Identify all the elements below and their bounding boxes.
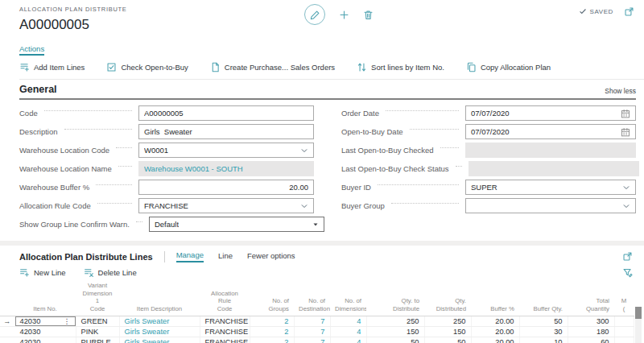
cell-variant-dimension-1-code[interactable]: PURPLE bbox=[76, 337, 119, 343]
cell-m[interactable] bbox=[614, 316, 634, 326]
calendar-icon[interactable] bbox=[621, 109, 630, 118]
col-header-buffer-qty[interactable]: Buffer Qty. bbox=[519, 282, 568, 316]
field-buyer-id-combo[interactable]: SUPER bbox=[465, 180, 636, 195]
lines-filter-button[interactable] bbox=[622, 267, 633, 278]
col-header-qty-to-distribute[interactable]: Qty. to Distribute bbox=[366, 282, 424, 316]
field-warehouse-buffer-input[interactable]: 20.00 bbox=[138, 180, 314, 195]
vertical-scrollbar-thumb[interactable] bbox=[635, 307, 642, 319]
cell-item-no[interactable]: 42030⋮ bbox=[14, 316, 76, 326]
col-header-no-of-dimensions[interactable]: No. of Dimensions bbox=[330, 282, 366, 316]
cell-no-of-destinations[interactable]: 7 bbox=[294, 316, 330, 326]
cell-variant-dimension-1-code[interactable]: GREEN bbox=[76, 316, 119, 326]
cell-no-of-groups[interactable]: 2 bbox=[250, 337, 294, 343]
field-code-input[interactable]: A00000005 bbox=[138, 105, 314, 121]
cell-buffer[interactable]: 20.00 bbox=[471, 316, 519, 326]
cell-total-quantity[interactable]: 180 bbox=[568, 326, 614, 337]
cell-allocation-rule-code[interactable]: FRANCHISE bbox=[200, 326, 250, 337]
cell-no-of-groups[interactable]: 2 bbox=[250, 316, 294, 326]
action-copy-allocation-plan[interactable]: Copy Allocation Plan bbox=[466, 62, 551, 72]
col-header-no-of-groups[interactable]: No. of Groups bbox=[250, 282, 294, 316]
col-header-item-description[interactable]: Item Description bbox=[119, 282, 200, 316]
action-add-item-lines[interactable]: Add Item Lines bbox=[19, 62, 85, 72]
field-description-input[interactable]: Girls Sweater bbox=[138, 124, 314, 139]
field-buyer-group-combo[interactable] bbox=[465, 198, 636, 213]
dotted-leader bbox=[136, 221, 142, 222]
calendar-icon[interactable] bbox=[621, 127, 630, 137]
cell-no-of-groups[interactable]: 2 bbox=[250, 326, 294, 337]
cell-item-description[interactable]: Girls Sweater bbox=[119, 316, 200, 326]
open-in-new-window-button[interactable] bbox=[624, 6, 634, 17]
cell-buffer-qty[interactable]: 10 bbox=[519, 337, 568, 343]
col-header-qty-distributed[interactable]: Qty. Distributed bbox=[424, 282, 471, 316]
cell-total-quantity[interactable]: 60 bbox=[568, 337, 614, 343]
cell-no-of-destinations[interactable]: 7 bbox=[294, 326, 330, 337]
cell-buffer-qty[interactable]: 50 bbox=[519, 316, 568, 326]
col-header-buffer[interactable]: Buffer % bbox=[471, 282, 519, 316]
cell-m[interactable] bbox=[614, 337, 634, 343]
cell-item-description[interactable]: Girls Sweater bbox=[119, 337, 200, 343]
cell-m[interactable] bbox=[614, 326, 634, 337]
cell-no-of-dimensions[interactable]: 4 bbox=[330, 326, 366, 337]
edit-button[interactable] bbox=[304, 4, 325, 25]
show-less-link[interactable]: Show less bbox=[605, 87, 636, 95]
cell-buffer-qty[interactable]: 30 bbox=[519, 326, 568, 337]
field-allocation-rule-code-combo[interactable]: FRANCHISE bbox=[138, 198, 314, 213]
current-row-arrow-icon bbox=[0, 326, 14, 337]
lines-popout-button[interactable] bbox=[622, 251, 633, 262]
action-sort-lines-by-item-no[interactable]: Sort lines by Item No. bbox=[357, 62, 444, 72]
cell-no-of-destinations[interactable]: 7 bbox=[294, 337, 330, 343]
action-create-purchase-sales-orders[interactable]: Create Purchase... Sales Orders bbox=[210, 62, 335, 72]
col-header-m[interactable]: M ( bbox=[614, 282, 634, 316]
col-header-no-of-destinations[interactable]: No. of Destinations bbox=[294, 282, 330, 316]
field-label: Warehouse Location Code bbox=[19, 146, 109, 155]
col-header-item-no[interactable]: Item No. bbox=[14, 282, 76, 316]
col-header-allocation-rule-code[interactable]: Allocation Rule Code bbox=[200, 282, 250, 316]
cell-allocation-rule-code[interactable]: FRANCHISE bbox=[200, 337, 250, 343]
lines-buttons-row: New LineDelete Line bbox=[0, 262, 644, 280]
field-order-date-input[interactable]: 07/07/2020 bbox=[465, 105, 636, 121]
cell-variant-dimension-1-code[interactable]: PINK bbox=[76, 326, 119, 337]
trash-icon bbox=[363, 10, 374, 20]
tab-actions[interactable]: Actions bbox=[19, 44, 44, 56]
field-warehouse-location-name-link[interactable]: Warehouse W0001 - SOUTH bbox=[138, 161, 314, 176]
cell-item-no[interactable]: 42030 bbox=[14, 326, 76, 337]
general-fields-right: Order Date07/07/2020Open-to-Buy Date07/0… bbox=[341, 104, 636, 233]
cell-qty-to-distribute[interactable]: 150 bbox=[366, 326, 424, 337]
dotted-leader bbox=[64, 129, 132, 130]
sort-icon bbox=[357, 62, 367, 72]
cell-total-quantity[interactable]: 300 bbox=[568, 316, 614, 326]
field-warehouse-location-code-combo[interactable]: W0001 bbox=[138, 143, 314, 158]
field-label: Buyer ID bbox=[341, 183, 371, 192]
vertical-scrollbar[interactable] bbox=[635, 307, 642, 343]
lines-tab-line[interactable]: Line bbox=[218, 251, 233, 262]
cell-allocation-rule-code[interactable]: FRANCHISE bbox=[200, 316, 250, 326]
cell-item-no[interactable]: 42030 bbox=[14, 337, 76, 343]
field-open-to-buy-date-input[interactable]: 07/07/2020 bbox=[465, 124, 636, 139]
cell-no-of-dimensions[interactable]: 4 bbox=[330, 337, 366, 343]
cell-qty-to-distribute[interactable]: 250 bbox=[366, 316, 424, 326]
col-header-variant-dimension-1-code[interactable]: Variant Dimension 1 Code bbox=[76, 282, 119, 316]
dotted-leader bbox=[391, 203, 459, 204]
field-show-group-line-confirm-warn-select[interactable]: Default bbox=[149, 217, 324, 232]
lines-tab-manage[interactable]: Manage bbox=[176, 250, 204, 262]
cell-qty-to-distribute[interactable]: 50 bbox=[366, 337, 424, 343]
cell-qty-distributed[interactable]: 250 bbox=[424, 316, 471, 326]
open-in-new-window-icon bbox=[624, 6, 634, 17]
action-check-open-to-buy[interactable]: Check Open-to-Buy bbox=[106, 62, 188, 72]
cell-qty-distributed[interactable]: 150 bbox=[424, 326, 471, 337]
new-line-icon bbox=[19, 267, 30, 278]
new-line-button[interactable]: New Line bbox=[19, 267, 66, 278]
delete-record-button[interactable] bbox=[363, 10, 374, 20]
cell-buffer[interactable]: 20.00 bbox=[471, 337, 519, 343]
cell-item-description[interactable]: Girls Sweater bbox=[119, 326, 200, 337]
cell-qty-distributed[interactable]: 50 bbox=[424, 337, 471, 343]
table-row: →42030⋮GREENGirls SweaterFRANCHISE274250… bbox=[0, 316, 634, 326]
row-actions-kebab-icon[interactable]: ⋮ bbox=[64, 317, 71, 325]
field-row-open-to-buy-date: Open-to-Buy Date07/07/2020 bbox=[341, 122, 636, 141]
cell-no-of-dimensions[interactable]: 4 bbox=[330, 316, 366, 326]
col-header-total-quantity[interactable]: Total Quantity bbox=[568, 282, 614, 316]
lines-tab-fewer-options[interactable]: Fewer options bbox=[247, 251, 295, 262]
cell-buffer[interactable]: 20.00 bbox=[471, 326, 519, 337]
delete-line-button[interactable]: Delete Line bbox=[84, 267, 137, 278]
new-record-button[interactable] bbox=[339, 10, 349, 20]
